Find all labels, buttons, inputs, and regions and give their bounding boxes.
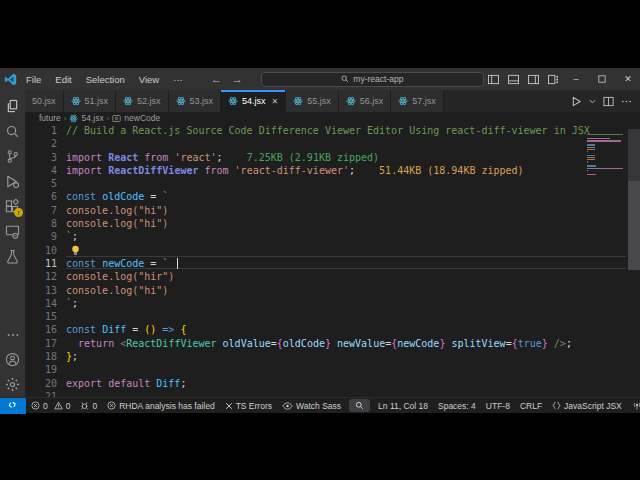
menu-selection[interactable]: Selection bbox=[80, 72, 131, 87]
minimap[interactable] bbox=[587, 134, 625, 178]
minimap-line bbox=[587, 157, 595, 158]
more-actions-icon[interactable] bbox=[621, 96, 632, 107]
run-button-icon[interactable] bbox=[571, 96, 582, 107]
code-line-13[interactable]: 13console.log("hi") bbox=[25, 284, 640, 297]
code-line-11[interactable]: 11const newCode = ` bbox=[25, 257, 640, 270]
restore-button[interactable] bbox=[590, 68, 614, 90]
problems-label2: 0 bbox=[66, 401, 71, 411]
code-line-9[interactable]: 9`; bbox=[25, 230, 640, 243]
minimap-line bbox=[587, 149, 595, 150]
search-chip[interactable] bbox=[349, 399, 370, 412]
watch-sass[interactable]: Watch Sass bbox=[277, 398, 346, 414]
code-line-21[interactable]: 21 bbox=[25, 390, 640, 397]
settings-icon[interactable] bbox=[0, 372, 25, 397]
watch-sass-label: Watch Sass bbox=[296, 401, 341, 411]
breadcrumb[interactable]: future › 54.jsx › newCode bbox=[25, 112, 640, 124]
code-line-8[interactable]: 8console.log("hi") bbox=[25, 217, 640, 230]
encoding[interactable]: UTF-8 bbox=[481, 398, 515, 414]
line-text: `; bbox=[66, 297, 640, 310]
tab-54-jsx[interactable]: 54.jsx✕ bbox=[221, 90, 286, 112]
line-text: export default Diff; bbox=[66, 377, 640, 390]
lightbulb-icon[interactable] bbox=[71, 245, 80, 256]
code-line-7[interactable]: 7console.log("hi") bbox=[25, 204, 640, 217]
remote-explorer-icon[interactable] bbox=[0, 219, 25, 244]
menu-view[interactable]: View bbox=[133, 72, 165, 87]
minimize-button[interactable]: – bbox=[564, 68, 588, 90]
line-number: 14 bbox=[25, 297, 66, 310]
code-line-12[interactable]: 12console.log("hir") bbox=[25, 270, 640, 283]
code-line-20[interactable]: 20export default Diff; bbox=[25, 377, 640, 390]
account-icon[interactable] bbox=[0, 347, 25, 372]
line-number: 15 bbox=[25, 310, 66, 323]
menu-edit[interactable]: Edit bbox=[49, 72, 77, 87]
more-icon[interactable] bbox=[0, 322, 25, 347]
extensions-icon[interactable]: ! bbox=[0, 194, 25, 219]
nav-back-icon[interactable]: ← bbox=[211, 73, 222, 85]
menu-file[interactable]: File bbox=[20, 72, 47, 87]
line-text bbox=[66, 177, 640, 190]
line-number: 12 bbox=[25, 270, 66, 283]
tab-53-jsx[interactable]: 53.jsx bbox=[169, 90, 222, 112]
line-text: const newCode = ` bbox=[66, 257, 640, 270]
code-line-10[interactable]: 10 bbox=[25, 244, 640, 257]
indentation[interactable]: Spaces: 4 bbox=[433, 398, 481, 414]
ts-errors[interactable]: TS Errors bbox=[220, 398, 277, 414]
code-line-6[interactable]: 6const oldCode = ` bbox=[25, 190, 640, 203]
search-icon[interactable] bbox=[0, 119, 25, 144]
code-line-4[interactable]: 4import ReactDiffViewer from 'react-diff… bbox=[25, 164, 640, 177]
error-circle-icon bbox=[107, 401, 116, 410]
scrollbar-slider[interactable] bbox=[628, 129, 640, 270]
split-editor-icon[interactable] bbox=[603, 96, 614, 107]
problems[interactable]: 00 bbox=[26, 398, 75, 414]
code-line-17[interactable]: 17 return <ReactDiffViewer oldValue={old… bbox=[25, 337, 640, 350]
tab-51-jsx[interactable]: 51.jsx bbox=[64, 90, 117, 112]
toggle-panel-icon[interactable] bbox=[504, 70, 522, 88]
tab-close-icon[interactable]: ✕ bbox=[272, 97, 279, 106]
tab-52-jsx[interactable]: 52.jsx bbox=[116, 90, 169, 112]
breadcrumb-folder[interactable]: future bbox=[39, 113, 61, 123]
ts-errors-label: TS Errors bbox=[236, 401, 272, 411]
nav-forward-icon[interactable]: → bbox=[232, 73, 243, 85]
code-line-2[interactable]: 2 bbox=[25, 137, 640, 150]
go-live[interactable]: Go Live bbox=[627, 398, 640, 414]
toggle-secondary-sidebar-icon[interactable] bbox=[524, 70, 542, 88]
code-editor[interactable]: 1// Build a React.js Source Code Differe… bbox=[25, 124, 640, 397]
customize-layout-icon[interactable] bbox=[544, 70, 562, 88]
language-mode[interactable]: JavaScript JSX bbox=[547, 398, 627, 414]
explorer-icon[interactable] bbox=[0, 94, 25, 119]
tab-label: 51.jsx bbox=[85, 96, 109, 106]
tab-57-jsx[interactable]: 57.jsx bbox=[391, 90, 444, 112]
encoding-label: UTF-8 bbox=[486, 401, 510, 411]
code-line-1[interactable]: 1// Build a React.js Source Code Differe… bbox=[25, 124, 640, 137]
command-center-search[interactable]: my-react-app bbox=[261, 72, 484, 87]
braces-icon bbox=[552, 401, 561, 410]
close-button[interactable]: ✕ bbox=[616, 68, 640, 90]
testing-icon[interactable] bbox=[0, 244, 25, 269]
tab-50-jsx[interactable]: 50.jsx bbox=[25, 90, 64, 112]
code-line-3[interactable]: 3import React from 'react'; 7.25KB (2.91… bbox=[25, 151, 640, 164]
rhda-status[interactable]: RHDA analysis has failed bbox=[102, 398, 219, 414]
run-debug-icon[interactable] bbox=[0, 169, 25, 194]
vscode-logo-icon bbox=[0, 73, 20, 86]
tab-55-jsx[interactable]: 55.jsx bbox=[286, 90, 339, 112]
code-line-19[interactable]: 19 bbox=[25, 363, 640, 376]
toggle-sidebar-icon[interactable] bbox=[484, 70, 502, 88]
eol-label: CRLF bbox=[520, 401, 542, 411]
code-line-16[interactable]: 16const Diff = () => { bbox=[25, 323, 640, 336]
source-control-icon[interactable] bbox=[0, 144, 25, 169]
cursor-position-label: Ln 11, Col 18 bbox=[378, 401, 428, 411]
eol[interactable]: CRLF bbox=[515, 398, 547, 414]
bug-count[interactable]: 0 bbox=[75, 398, 102, 414]
code-line-5[interactable]: 5 bbox=[25, 177, 640, 190]
minimap-line bbox=[587, 165, 596, 166]
code-line-14[interactable]: 14`; bbox=[25, 297, 640, 310]
line-text: `; bbox=[66, 230, 640, 243]
tab-56-jsx[interactable]: 56.jsx bbox=[339, 90, 392, 112]
remote-indicator[interactable] bbox=[0, 398, 26, 414]
line-number: 1 bbox=[25, 124, 66, 137]
cursor-position[interactable]: Ln 11, Col 18 bbox=[373, 398, 433, 414]
run-dropdown-icon[interactable] bbox=[589, 98, 596, 105]
menu-[interactable]: ··· bbox=[167, 72, 189, 87]
code-line-18[interactable]: 18}; bbox=[25, 350, 640, 363]
code-line-15[interactable]: 15 bbox=[25, 310, 640, 323]
